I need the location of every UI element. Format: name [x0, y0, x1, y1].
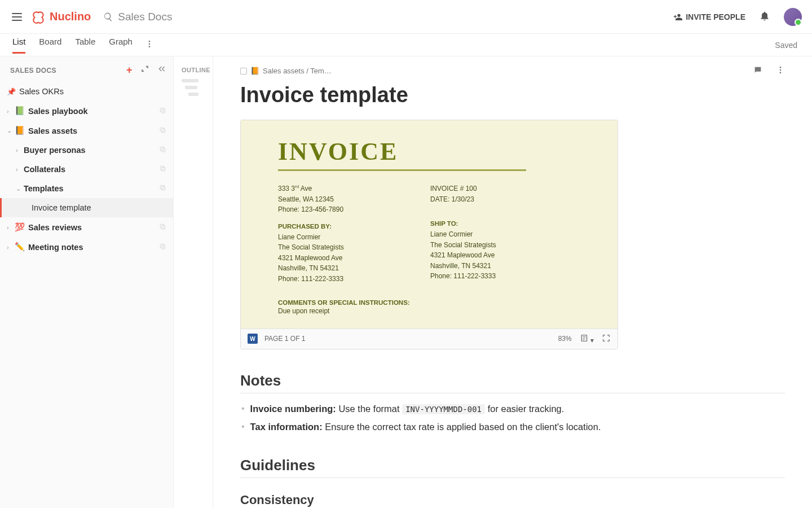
expand-icon[interactable]: [140, 64, 149, 76]
note-item[interactable]: Tax information: Ensure the correct tax …: [241, 419, 785, 434]
sidebar: SALES DOCS + 📌 Sales OKRs › 📗 Sales play…: [0, 56, 174, 508]
consistency-heading[interactable]: Consistency: [240, 493, 785, 507]
copy-icon[interactable]: [159, 126, 166, 135]
app-logo[interactable]: Nuclino: [32, 10, 91, 24]
search-input[interactable]: Sales Docs: [103, 11, 172, 23]
svg-point-17: [780, 67, 782, 68]
svg-rect-8: [160, 147, 164, 151]
sidebar-item-sales-assets[interactable]: ⌄ 📙 Sales assets: [0, 121, 173, 141]
ship-city: Nashville, TN 54321: [430, 261, 554, 271]
app-name: Nuclino: [50, 10, 91, 23]
search-icon: [103, 12, 113, 22]
page-title[interactable]: Invoice template: [240, 83, 785, 107]
tab-graph[interactable]: Graph: [109, 37, 133, 53]
guidelines-heading[interactable]: Guidelines: [240, 457, 785, 478]
copy-icon[interactable]: [159, 165, 166, 174]
book-icon: 📗: [15, 106, 25, 116]
sidebar-item-sales-playbook[interactable]: › 📗 Sales playbook: [0, 101, 173, 121]
copy-icon[interactable]: [159, 146, 166, 155]
svg-point-2: [149, 46, 151, 47]
user-avatar[interactable]: [784, 8, 802, 26]
svg-rect-3: [161, 109, 165, 113]
from-phone: Phone: 123-456-7890: [278, 204, 396, 215]
cust-addr: 4321 Maplewood Ave: [278, 253, 396, 264]
fullscreen-icon[interactable]: [602, 334, 611, 344]
cust-company: The Social Strategists: [278, 242, 396, 253]
outline-label: OUTLINE: [174, 67, 213, 73]
inline-code: INV-YYYYMMDD-001: [402, 404, 485, 414]
copy-icon[interactable]: [159, 107, 166, 116]
tab-list[interactable]: List: [12, 37, 25, 54]
from-addr1: 333 3rd Ave: [278, 183, 396, 194]
svg-point-18: [780, 69, 782, 71]
comments-label: COMMENTS OR SPECIAL INSTRUCTIONS:: [278, 299, 590, 306]
zoom-level: 83%: [558, 335, 572, 343]
outline-panel: OUTLINE: [174, 56, 213, 508]
svg-rect-7: [161, 148, 165, 152]
invite-people-button[interactable]: INVITE PEOPLE: [673, 12, 745, 21]
comments-body: Due upon receipt: [278, 307, 590, 315]
ship-name: Liane Cormier: [430, 229, 554, 240]
invoice-heading: INVOICE: [278, 137, 590, 166]
chevron-right-icon: ›: [7, 108, 14, 115]
sidebar-item-templates[interactable]: ⌄ Templates: [0, 179, 173, 198]
svg-point-1: [149, 43, 151, 45]
svg-rect-12: [160, 185, 164, 189]
tab-board[interactable]: Board: [39, 37, 61, 53]
invite-icon: [673, 12, 682, 21]
svg-rect-4: [160, 108, 164, 112]
copy-icon[interactable]: [159, 184, 166, 193]
svg-rect-5: [161, 129, 165, 133]
note-item[interactable]: Invoice numbering: Use the format INV-YY…: [241, 401, 785, 416]
invoice-date: DATE: 1/30/23: [430, 194, 554, 205]
saved-label: Saved: [775, 41, 797, 50]
sidebar-item-invoice-template[interactable]: Invoice template: [0, 198, 173, 217]
comments-icon[interactable]: [753, 65, 762, 76]
chevron-right-icon: ›: [16, 166, 23, 173]
sidebar-title: SALES DOCS: [10, 67, 56, 75]
svg-point-19: [780, 72, 782, 73]
chevron-right-icon: ›: [7, 224, 14, 231]
pencil-icon: ✏️: [15, 242, 25, 252]
menu-icon[interactable]: [10, 10, 24, 24]
svg-rect-13: [161, 225, 165, 229]
svg-point-0: [149, 41, 151, 42]
sidebar-item-sales-reviews[interactable]: › 💯 Sales reviews: [0, 217, 173, 237]
breadcrumb[interactable]: 📙 Sales assets / Tem…: [240, 67, 332, 75]
sidebar-item-collaterals[interactable]: › Collaterals: [0, 160, 173, 179]
more-icon[interactable]: [776, 65, 785, 76]
svg-rect-14: [160, 224, 164, 228]
cust-city: Nashville, TN 54321: [278, 263, 396, 274]
copy-icon[interactable]: [159, 243, 166, 252]
notes-heading[interactable]: Notes: [240, 372, 785, 393]
notifications-icon[interactable]: [759, 10, 770, 24]
add-item-button[interactable]: +: [126, 64, 133, 76]
embedded-preview[interactable]: INVOICE 333 3rd Ave Seattle, WA 12345 Ph…: [240, 120, 618, 349]
svg-rect-11: [161, 186, 165, 190]
outline-bars[interactable]: [174, 79, 213, 96]
book-icon: 📙: [15, 126, 25, 135]
tab-table[interactable]: Table: [75, 37, 95, 53]
ship-addr: 4321 Maplewood Ave: [430, 250, 554, 261]
more-views-icon[interactable]: [145, 40, 154, 51]
hundred-icon: 💯: [15, 222, 25, 232]
folder-icon: 📙: [250, 67, 259, 75]
sidebar-item-sales-okrs[interactable]: 📌 Sales OKRs: [0, 82, 173, 101]
from-addr2: Seattle, WA 12345: [278, 194, 396, 205]
document-main: 📙 Sales assets / Tem… Invoice template I…: [213, 56, 812, 508]
pin-icon: 📌: [7, 87, 16, 96]
ship-company: The Social Strategists: [430, 240, 554, 251]
collapse-sidebar-icon[interactable]: [157, 64, 166, 76]
copy-icon[interactable]: [159, 223, 166, 232]
ship-phone: Phone: 111-222-3333: [430, 271, 554, 282]
page-view-icon[interactable]: ▾: [580, 334, 594, 344]
sidebar-item-buyer-personas[interactable]: › Buyer personas: [0, 141, 173, 160]
search-label: Sales Docs: [118, 11, 172, 23]
ship-to-label: SHIP TO:: [430, 219, 554, 229]
svg-rect-9: [161, 167, 165, 171]
chevron-down-icon: ⌄: [7, 127, 14, 134]
sidebar-item-meeting-notes[interactable]: › ✏️ Meeting notes: [0, 237, 173, 257]
cust-phone: Phone: 111-222-3333: [278, 274, 396, 284]
svg-rect-15: [161, 245, 165, 249]
checkbox-icon[interactable]: [240, 68, 247, 75]
